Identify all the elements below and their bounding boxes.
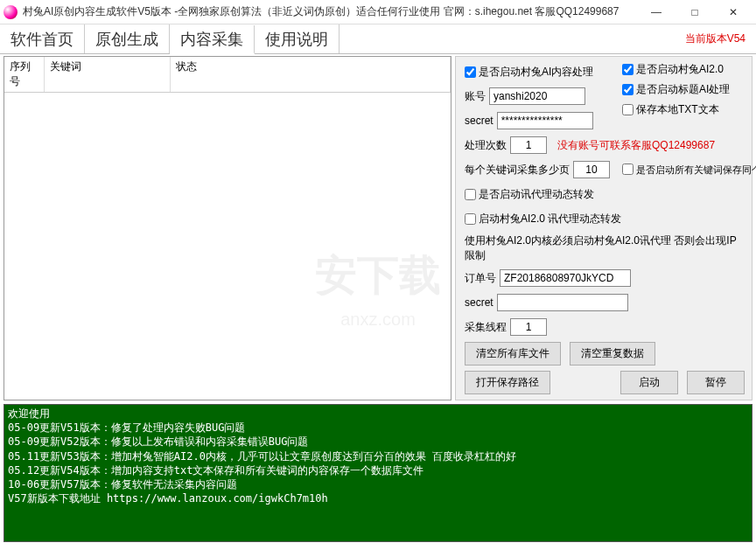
order-input[interactable] [500,269,631,287]
lbl-secret: secret [465,115,494,127]
keyword-list[interactable]: 序列号 关键词 状态 [4,56,452,400]
chk-ai2[interactable]: 是否启动村兔AI2.0 [622,62,745,77]
tab-help[interactable]: 使用说明 [255,24,340,53]
chk-xundaili[interactable]: 是否启动讯代理动态转发 [465,187,594,202]
tab-bar: 软件首页 原创生成 内容采集 使用说明 当前版本V54 [0,24,756,54]
settings-panel: 是否启动村兔AI内容处理 账号 secret 是否启动村兔AI2.0 是否启动标… [455,56,752,400]
col-seq[interactable]: 序列号 [4,57,45,92]
tab-collect[interactable]: 内容采集 [170,25,255,54]
chk-ai-content[interactable]: 是否启动村兔AI内容处理 [465,65,593,80]
col-status[interactable]: 状态 [171,57,451,92]
lbl-pages-per-kw: 每个关键词采集多少页 [465,163,570,178]
chk-all-kw-db[interactable]: 是否启动所有关键词保存同个数据库 [622,164,736,176]
lbl-secret2: secret [465,296,494,309]
tab-home[interactable]: 软件首页 [0,24,85,53]
no-account-tip: 没有账号可联系客服QQ12499687 [557,138,715,153]
minimize-button[interactable]: — [637,1,676,24]
threads-input[interactable] [510,318,547,336]
lbl-order: 订单号 [465,271,496,286]
chk-save-txt[interactable]: 保存本地TXT文本 [622,102,745,117]
version-label: 当前版本V54 [685,24,756,53]
process-count-input[interactable] [510,136,547,154]
note-ip: 使用村兔AI2.0内核必须启动村兔AI2.0讯代理 否则会出现IP限制 [465,233,745,263]
lbl-account: 账号 [465,89,486,104]
secret-input[interactable] [497,112,593,129]
list-header: 序列号 关键词 状态 [4,57,451,93]
lbl-threads: 采集线程 [465,320,507,335]
close-button[interactable]: ✕ [714,1,752,24]
log-area[interactable]: 欢迎使用 05-09更新V51版本：修复了处理内容失败BUG问题 05-09更新… [4,404,752,542]
tab-generate[interactable]: 原创生成 [85,24,170,53]
lbl-process-count: 处理次数 [465,138,507,153]
app-icon [4,5,18,19]
maximize-button[interactable]: □ [676,1,714,24]
account-input[interactable] [489,87,585,105]
chk-ai2-xundaili[interactable]: 启动村兔AI2.0 讯代理动态转发 [465,212,621,226]
window-title: 村兔AI原创内容生成软件V5版本 -全网独家原创算法（非近义词伪原创）适合任何行… [23,4,637,19]
titlebar: 村兔AI原创内容生成软件V5版本 -全网独家原创算法（非近义词伪原创）适合任何行… [0,0,756,24]
open-path-button[interactable]: 打开保存路径 [465,371,550,394]
pages-per-kw-input[interactable] [573,161,610,178]
chk-title-ai[interactable]: 是否启动标题AI处理 [622,82,745,97]
clear-dup-button[interactable]: 清空重复数据 [570,342,655,366]
secret2-input[interactable] [497,294,628,311]
pause-button[interactable]: 暂停 [687,371,745,394]
start-button[interactable]: 启动 [620,371,678,394]
col-keyword[interactable]: 关键词 [45,57,171,92]
clear-lib-button[interactable]: 清空所有库文件 [465,342,561,366]
